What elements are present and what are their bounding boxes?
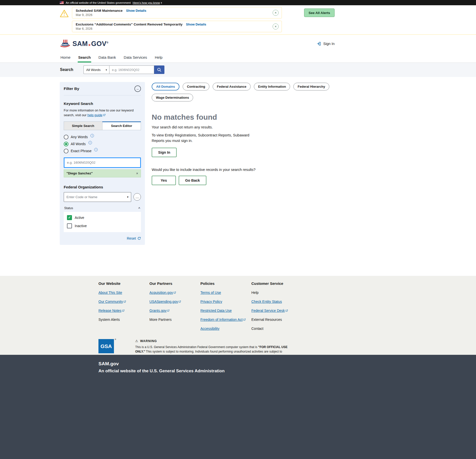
search-input[interactable] xyxy=(109,65,154,74)
show-details-link[interactable]: Show Details xyxy=(186,22,206,26)
radio-any-words[interactable]: Any Words i xyxy=(64,135,141,139)
main-content: Filter By – Keyword Search For more info… xyxy=(60,77,335,276)
keyword-match-options: Any Words i All Words i Exact Phrase i xyxy=(64,135,141,153)
footer-link-help[interactable]: Help xyxy=(251,291,259,295)
footer-link-accessibility[interactable]: Accessibility xyxy=(200,327,219,331)
see-all-alerts-button[interactable]: See All Alerts xyxy=(304,8,335,17)
search-icon xyxy=(157,67,162,72)
sign-in-button[interactable]: Sign In xyxy=(152,148,177,157)
external-link-icon xyxy=(102,113,106,117)
keyword-search-tabs: Simple Search Search Editor xyxy=(64,121,141,130)
heres-how-you-know-link[interactable]: Here’s how you know ▾ xyxy=(133,1,162,4)
federal-org-input[interactable] xyxy=(64,195,127,199)
official-site-text: An official website of the United States… xyxy=(66,1,131,4)
remove-chip-icon[interactable]: × xyxy=(136,171,138,175)
keyword-input[interactable] xyxy=(64,157,141,168)
keyword-search-heading: Keyword Search xyxy=(64,101,141,106)
footer-link-foia[interactable]: Freedom of Information Act xyxy=(200,318,246,322)
footer-col-our-partners: Our Partners Acquisition.gov USASpending… xyxy=(149,281,200,331)
keyword-info-text: For more information on how to use our k… xyxy=(64,108,141,118)
footer-link-federal-service-desk[interactable]: Federal Service Desk xyxy=(251,309,288,313)
collapse-filter-button[interactable]: – xyxy=(134,85,141,92)
chevron-down-icon: ▾ xyxy=(161,1,162,4)
us-flag-icon xyxy=(60,1,64,4)
checkbox-active[interactable]: ✓ Active xyxy=(67,215,138,220)
footer-link-grants-gov[interactable]: Grants.gov xyxy=(149,309,170,313)
domain-pill-contracting[interactable]: Contracting xyxy=(183,83,209,90)
nav-data-services[interactable]: Data Services xyxy=(123,53,147,62)
yes-button[interactable]: Yes xyxy=(152,176,176,185)
domain-pill-federal-assistance[interactable]: Federal Assistance xyxy=(213,83,251,90)
external-link-icon xyxy=(121,309,125,313)
help-guide-link[interactable]: help guide xyxy=(87,113,106,117)
nav-data-bank[interactable]: Data Bank xyxy=(98,53,116,62)
nav-home[interactable]: Home xyxy=(60,53,71,62)
more-options-button[interactable]: … xyxy=(133,193,141,201)
footer-link-usaspending-gov[interactable]: USASpending.gov xyxy=(149,300,181,304)
nav-help[interactable]: Help xyxy=(154,53,163,62)
footer-col-heading: Customer Service xyxy=(251,281,302,286)
search-mode-select[interactable]: All Words ▾ xyxy=(83,65,109,74)
footer-link-contact[interactable]: Contact xyxy=(251,327,263,331)
chevron-down-icon: ▾ xyxy=(106,68,107,71)
radio-all-words[interactable]: All Words i xyxy=(64,142,141,146)
domain-pill-all-domains[interactable]: All Domains xyxy=(152,83,179,90)
site-header: SAM★GOV® Sign In xyxy=(0,35,476,53)
footer-link-our-community[interactable]: Our Community xyxy=(98,300,126,304)
footer-link-more-partners[interactable]: More Partners xyxy=(149,318,172,322)
external-link-icon xyxy=(123,300,126,304)
footer-link-about-this-site[interactable]: About This Site xyxy=(98,291,122,295)
close-icon[interactable]: × xyxy=(273,10,279,16)
footer-link-acquisition-gov[interactable]: Acquisition.gov xyxy=(149,291,176,295)
info-icon[interactable]: i xyxy=(94,148,98,151)
logo-text: SAM★GOV® xyxy=(72,40,108,48)
warning-title: WARNING xyxy=(140,339,157,343)
domain-pill-wage-determinations[interactable]: Wage Determinations xyxy=(152,94,193,101)
external-link-icon xyxy=(173,291,176,295)
sign-in-link[interactable]: Sign In xyxy=(316,41,335,46)
footer-links-section: Our Website About This Site Our Communit… xyxy=(0,276,476,355)
info-icon[interactable]: i xyxy=(90,134,94,137)
reset-link[interactable]: Reset xyxy=(127,236,141,240)
primary-nav: Home Search Data Bank Data Services Help xyxy=(0,53,476,63)
domain-pill-entity-information[interactable]: Entity Information xyxy=(254,83,290,90)
radio-checked-icon xyxy=(64,142,68,146)
go-back-button[interactable]: Go Back xyxy=(179,176,206,185)
close-icon[interactable]: × xyxy=(273,23,279,29)
search-button[interactable] xyxy=(154,65,164,74)
domain-pill-federal-hierarchy[interactable]: Federal Hierarchy xyxy=(293,83,329,90)
footer-link-external-resources[interactable]: External Resources xyxy=(251,318,282,322)
footer-link-check-entity-status[interactable]: Check Entity Status xyxy=(251,300,282,304)
footer-link-terms-of-use[interactable]: Terms of Use xyxy=(200,291,221,295)
inactive-records-question: Would you like to include inactive recor… xyxy=(152,168,335,172)
gov-banner: An official website of the United States… xyxy=(0,0,476,5)
info-icon[interactable]: i xyxy=(88,141,92,144)
sam-gov-logo[interactable]: SAM★GOV® xyxy=(60,39,108,48)
footer-official-subtitle: An official website of the U.S. General … xyxy=(98,369,476,374)
heres-how-label: Here’s how you know xyxy=(133,1,160,4)
chevron-down-icon: ▾ xyxy=(127,195,131,199)
show-details-link[interactable]: Show Details xyxy=(126,9,146,12)
tab-search-editor[interactable]: Search Editor xyxy=(102,121,141,130)
checkbox-icon xyxy=(67,223,72,228)
alert-date: Mar 6, 2026 xyxy=(76,27,273,30)
tab-simple-search[interactable]: Simple Search xyxy=(64,121,102,130)
checkbox-inactive[interactable]: Inactive xyxy=(67,223,138,228)
keyword-chip: "Diego Sanchez" × xyxy=(64,169,141,177)
alert-title: Scheduled SAM Maintenance xyxy=(76,9,123,12)
alert-date: Mar 9, 2026 xyxy=(76,13,273,17)
footer-link-privacy-policy[interactable]: Privacy Policy xyxy=(200,300,222,304)
footer-link-system-alerts[interactable]: System Alerts xyxy=(98,318,120,322)
footer-link-release-notes[interactable]: Release Notes xyxy=(98,309,125,313)
nav-search[interactable]: Search xyxy=(78,53,91,62)
radio-exact-phrase[interactable]: Exact Phrase i xyxy=(64,149,141,153)
alerts-section: Scheduled SAM Maintenance Show Details M… xyxy=(0,5,476,35)
chip-label: "Diego Sanchez" xyxy=(66,171,93,175)
system-warning: ⚠ WARNING This is a U.S. General Service… xyxy=(135,339,296,355)
status-options: ✓ Active Inactive xyxy=(64,212,141,232)
federal-organizations-heading: Federal Organizations xyxy=(64,185,141,189)
federal-org-combobox[interactable]: ▾ xyxy=(64,192,131,202)
radio-icon xyxy=(64,149,68,153)
status-accordion-toggle[interactable]: Status ^ xyxy=(64,206,141,212)
footer-link-restricted-data-use[interactable]: Restricted Data Use xyxy=(200,309,232,313)
